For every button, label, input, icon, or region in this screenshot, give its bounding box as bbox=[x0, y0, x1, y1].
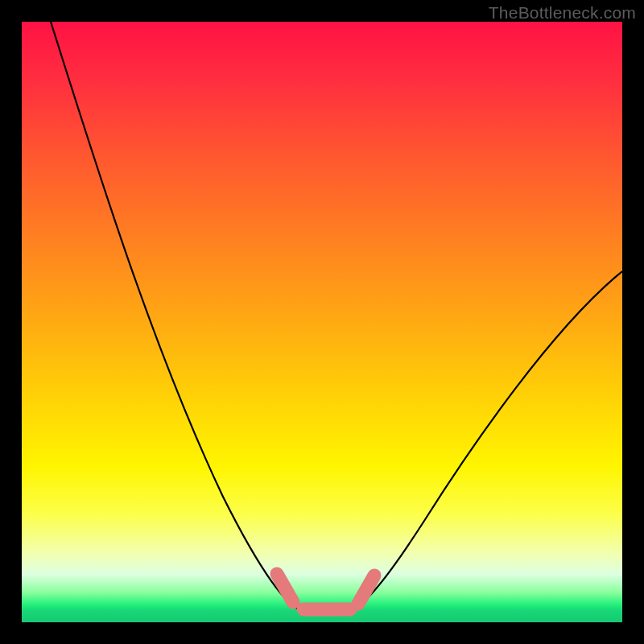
plot-area bbox=[22, 22, 622, 622]
chart-svg bbox=[22, 22, 622, 622]
bottleneck-curve bbox=[51, 22, 622, 611]
chart-frame: TheBottleneck.com bbox=[0, 0, 644, 644]
watermark-text: TheBottleneck.com bbox=[489, 3, 636, 23]
optimal-marker bbox=[277, 574, 374, 609]
